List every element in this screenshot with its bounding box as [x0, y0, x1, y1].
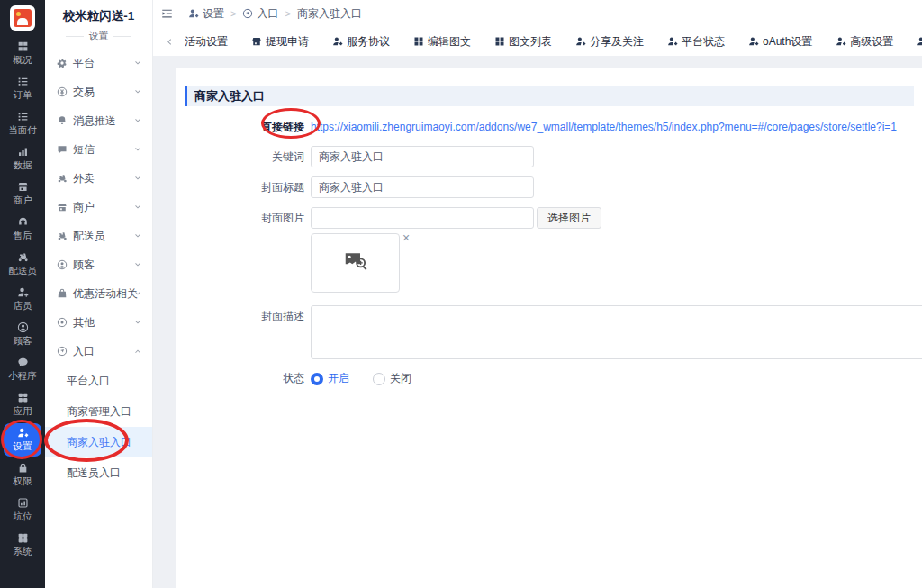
- dark-sidebar-item-apps[interactable]: 应用: [3, 387, 42, 422]
- chevron-up-icon: [133, 347, 142, 356]
- divider-line: [66, 36, 84, 37]
- dark-sidebar-item-label: 店员: [14, 300, 32, 312]
- settings-menu-item-platform[interactable]: 平台: [45, 49, 152, 77]
- status-radio-group: 开启关闭: [311, 371, 411, 386]
- content-area: 商家入驻入口 直接链接 https://xiaomili.zhengruimao…: [153, 56, 922, 588]
- settings-menu-item-merchant[interactable]: 商户: [45, 193, 152, 222]
- settings-menu-item-other[interactable]: 其他: [45, 308, 152, 337]
- settings-menu-item-takeout[interactable]: 外卖: [45, 164, 152, 193]
- settings-submenu-item-merchant-admin-entrance[interactable]: 商家管理入口: [45, 396, 152, 427]
- dark-sidebar-item-settings[interactable]: 设置: [4, 423, 41, 457]
- person-gear-icon: [332, 36, 343, 47]
- person-gear-icon: [836, 36, 846, 47]
- cover-image-input[interactable]: [311, 207, 534, 229]
- breadcrumb-item-settings[interactable]: 设置: [188, 6, 224, 22]
- target-icon: [242, 8, 253, 19]
- person-gear-icon: [917, 36, 922, 47]
- settings-menu-item-label: 优惠活动相关: [73, 286, 138, 302]
- chevron-down-icon: [133, 87, 142, 96]
- settings-submenu-item-merchant-settle-entrance[interactable]: 商家入驻入口: [45, 427, 152, 457]
- direct-link-url[interactable]: https://xiaomili.zhengruimaoyi.com/addon…: [311, 121, 897, 133]
- status-option-on[interactable]: 开启: [311, 371, 349, 386]
- settings-menu-item-label: 其他: [73, 315, 95, 330]
- settings-menu-item-message-push[interactable]: 消息推送: [45, 106, 152, 135]
- dark-sidebar-item-permissions[interactable]: 权限: [3, 457, 42, 493]
- settings-menu-item-promo[interactable]: 优惠活动相关: [45, 279, 152, 308]
- tab-share-follow[interactable]: 分享及关注: [575, 34, 644, 50]
- settings-menu-item-sms[interactable]: 短信: [45, 135, 152, 164]
- cover-desc-row: 封面描述: [176, 305, 922, 359]
- grid-icon: [413, 36, 424, 47]
- settings-submenu-item-platform-entrance[interactable]: 平台入口: [45, 366, 152, 396]
- tab-service-agreement[interactable]: 服务协议: [332, 34, 390, 50]
- breadcrumb-separator: >: [230, 8, 236, 19]
- dark-sidebar-item-label: 当面付: [8, 124, 37, 137]
- tab-edit-article[interactable]: 编辑图文: [413, 34, 471, 50]
- tab-label: 图文列表: [509, 34, 552, 50]
- breadcrumb-item-merchant-settle-entrance: 商家入驻入口: [297, 6, 362, 22]
- tab-platform-status[interactable]: 平台状态: [667, 34, 725, 50]
- dark-sidebar-item-face-pay[interactable]: 当面付: [3, 106, 42, 141]
- store-icon: [251, 36, 262, 47]
- cover-title-row: 封面标题: [176, 176, 922, 198]
- direct-link-label: 直接链接: [176, 120, 311, 135]
- chevron-left-icon[interactable]: [164, 37, 174, 47]
- lock-icon: [17, 462, 29, 474]
- dark-sidebar-item-merchants[interactable]: 商户: [3, 176, 42, 212]
- settings-menu-item-customer[interactable]: 顾客: [45, 250, 152, 279]
- breadcrumb-item-label: 商家入驻入口: [297, 6, 362, 22]
- dark-sidebar-item-label: 商户: [14, 194, 32, 207]
- chevron-down-icon: [133, 318, 142, 327]
- breadcrumb-item-entrance[interactable]: 入口: [242, 6, 278, 22]
- tab-label: 编辑图文: [428, 34, 471, 50]
- settings-menu-item-entrance[interactable]: 入口: [45, 337, 152, 366]
- tab-article-list[interactable]: 图文列表: [494, 34, 552, 50]
- remove-image-icon[interactable]: ×: [402, 231, 410, 244]
- tab-label: 提现申请: [266, 34, 309, 50]
- settings-menu-item-label: 消息推送: [73, 113, 116, 129]
- cover-desc-textarea[interactable]: [311, 305, 922, 359]
- menu-fold-icon[interactable]: [160, 7, 174, 20]
- dark-sidebar: 概况订单当面付数据商户售后配送员店员顾客小程序应用设置权限坑位系统: [0, 0, 45, 588]
- cover-image-preview[interactable]: [311, 233, 400, 293]
- gift-icon: [57, 288, 68, 299]
- radio-selected-icon[interactable]: [311, 373, 323, 385]
- settings-menu-item-courier[interactable]: 配送员: [45, 222, 152, 250]
- dark-sidebar-item-data[interactable]: 数据: [3, 141, 42, 176]
- settings-menu-item-label: 顾客: [73, 258, 95, 273]
- main-area: 设置>入口>商家入驻入口 活动设置提现申请服务协议编辑图文图文列表分享及关注平台…: [153, 0, 922, 588]
- cover-title-input[interactable]: [311, 176, 534, 198]
- person-circle-icon: [57, 259, 68, 270]
- app-logo[interactable]: [10, 5, 35, 31]
- bell-icon: [57, 115, 68, 126]
- tab-activity-settings[interactable]: 活动设置: [185, 34, 228, 50]
- dark-sidebar-item-miniprogram[interactable]: 小程序: [3, 352, 42, 387]
- dark-sidebar-item-label: 小程序: [8, 370, 37, 383]
- settings-menu-item-label: 商户: [73, 200, 95, 215]
- list-icon: [17, 76, 29, 87]
- dark-sidebar-item-label: 配送员: [8, 265, 37, 277]
- dark-sidebar-item-label: 应用: [14, 405, 32, 418]
- tab-advanced-settings[interactable]: 高级设置: [836, 34, 893, 50]
- settings-menu-item-trade[interactable]: 交易: [45, 77, 152, 106]
- radio-unselected-icon[interactable]: [373, 373, 385, 385]
- dark-sidebar-item-after-sale[interactable]: 售后: [3, 212, 42, 247]
- dark-sidebar-item-system[interactable]: 系统: [3, 528, 42, 563]
- dark-sidebar-item-clerks[interactable]: 店员: [3, 282, 42, 317]
- choose-image-button[interactable]: 选择图片: [537, 207, 601, 229]
- tab-label: 分享及关注: [590, 34, 644, 50]
- dark-sidebar-item-slots[interactable]: 坑位: [3, 493, 42, 528]
- tab-customer-settings[interactable]: 顾客设置: [917, 34, 922, 50]
- dark-sidebar-item-couriers[interactable]: 配送员: [3, 247, 42, 282]
- tab-oauth-settings[interactable]: oAuth设置: [748, 34, 812, 50]
- status-option-off[interactable]: 关闭: [373, 371, 411, 386]
- dark-sidebar-item-customers[interactable]: 顾客: [3, 317, 42, 352]
- dark-sidebar-item-orders[interactable]: 订单: [3, 71, 42, 106]
- dark-sidebar-item-label: 订单: [14, 89, 32, 102]
- app-title: 校米粒闪送-1: [45, 0, 152, 24]
- dark-sidebar-item-overview[interactable]: 概况: [3, 36, 42, 71]
- keyword-input[interactable]: [311, 146, 534, 167]
- tab-withdrawal[interactable]: 提现申请: [251, 34, 309, 50]
- scooter-icon: [57, 173, 68, 184]
- settings-submenu-item-courier-entrance[interactable]: 配送员入口: [45, 457, 152, 488]
